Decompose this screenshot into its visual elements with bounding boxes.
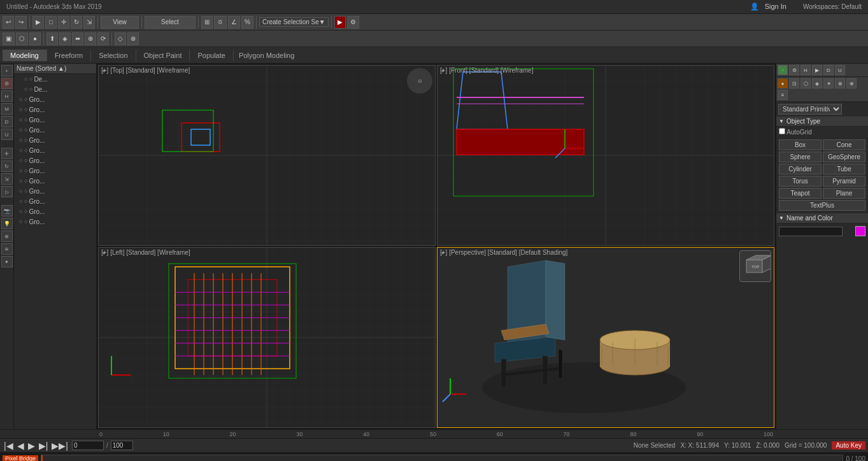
select-btn[interactable]: ▶ (32, 16, 44, 29)
rp-icon2[interactable]: ⊡ (789, 78, 799, 89)
rp-hier-btn[interactable]: H (800, 65, 811, 75)
edge-mode-btn[interactable]: ⬡ (16, 32, 28, 45)
scene-item[interactable]: ○ ○ Gro... (14, 145, 96, 155)
btn-cylinder[interactable]: Cylinder (779, 164, 822, 174)
prev-frame-btn[interactable]: ◀ (16, 441, 25, 451)
move-icon[interactable]: ✛ (1, 148, 13, 159)
autogrid-checkbox[interactable] (779, 128, 785, 134)
viewport-nav-top[interactable]: ⊙ (407, 68, 432, 94)
render-btn[interactable]: ▶ (334, 16, 346, 29)
btn-plane[interactable]: Plane (823, 188, 865, 199)
move-btn[interactable]: ✛ (58, 16, 69, 29)
btn-sphere[interactable]: Sphere (779, 152, 822, 162)
rp-icon4[interactable]: ◈ (812, 78, 822, 89)
rotate-btn[interactable]: ↻ (71, 16, 82, 29)
btn-textplus[interactable]: TextPlus (779, 200, 865, 211)
sign-in-button[interactable]: 👤 Sign In (746, 3, 794, 11)
scene-item[interactable]: ○ ○ Gro... (14, 155, 96, 166)
tab-populate[interactable]: Populate (190, 50, 233, 61)
render-settings-btn[interactable]: ⚙ (347, 16, 359, 29)
chamfer-btn[interactable]: ◇ (115, 32, 126, 45)
next-frame-btn[interactable]: ▶| (38, 441, 50, 451)
scale-icon[interactable]: ⇲ (1, 173, 13, 185)
snap-btn[interactable]: ⛭ (214, 16, 227, 29)
rp-icon6[interactable]: ⊗ (835, 78, 845, 89)
btn-geosphere[interactable]: GeoSphere (823, 152, 865, 162)
btn-tube[interactable]: Tube (823, 164, 865, 174)
scene-item[interactable]: ○ ○ Gro... (14, 104, 96, 115)
poly-mode-btn[interactable]: ▣ (3, 32, 15, 45)
particle-icon[interactable]: ✦ (1, 256, 13, 267)
viewport-top[interactable]: [+] [Top] [Standard] [Wireframe] + (98, 65, 436, 246)
scene-item[interactable]: ○ ○ Gro... (14, 206, 96, 216)
scene-item[interactable]: ○ ○ Gro... (14, 186, 96, 196)
create-icon[interactable]: + (1, 65, 13, 76)
timeline-scrubber[interactable] (41, 455, 843, 461)
tab-freeform[interactable]: Freeform (47, 50, 92, 61)
scale-btn[interactable]: ⇲ (83, 16, 95, 29)
percent-snap-btn[interactable]: % (241, 16, 253, 29)
scene-item[interactable]: ○ ○ Gro... (14, 125, 96, 135)
scene-item[interactable]: ○ ○ Gro... (14, 196, 96, 206)
display-icon[interactable]: D (1, 116, 13, 127)
rp-icon5[interactable]: ☀ (823, 78, 834, 89)
primitive-type-dropdown[interactable]: Standard Primitives (778, 104, 842, 115)
rp-create-btn[interactable]: + (778, 65, 788, 75)
helper-icon[interactable]: ⊕ (1, 230, 13, 242)
btn-cone[interactable]: Cone (823, 139, 865, 150)
scene-item[interactable]: ○ ○ Gro... (14, 115, 96, 125)
auto-key-btn[interactable]: Auto Key (832, 441, 865, 450)
rp-icon1[interactable]: ● (778, 78, 788, 89)
rotate-icon[interactable]: ↻ (1, 160, 13, 172)
scene-item[interactable]: ○ ○ Gro... (14, 135, 96, 145)
rp-modify-btn[interactable]: ⚙ (789, 65, 799, 75)
connect-btn[interactable]: ⊕ (85, 32, 96, 45)
angle-snap-btn[interactable]: ∠ (228, 16, 240, 29)
object-type-header[interactable]: ▼ Object Type (776, 117, 868, 127)
rp-icon8[interactable]: ≡ (778, 90, 788, 100)
btn-pyramid[interactable]: Pyramid (823, 176, 865, 187)
viewport-nav-persp[interactable]: TOP (739, 250, 771, 282)
motion-icon[interactable]: M (1, 103, 13, 115)
vertex-mode-btn[interactable]: ● (29, 32, 41, 45)
end-frame-input[interactable] (111, 441, 133, 450)
tab-object-paint[interactable]: Object Paint (136, 50, 190, 61)
name-color-header[interactable]: ▼ Name and Color (776, 213, 868, 223)
modify-icon[interactable]: ⚙ (1, 78, 13, 89)
space-warp-icon[interactable]: ≋ (1, 243, 13, 255)
select-icon[interactable]: ▷ (1, 186, 13, 197)
extrude-btn[interactable]: ⬆ (46, 32, 58, 45)
scene-item[interactable]: ○ ○ Gro... (14, 166, 96, 176)
redo-btn[interactable]: ↪ (15, 16, 27, 29)
light-icon[interactable]: 💡 (1, 218, 13, 229)
viewport-front[interactable]: [+] [Front] [Standard] [Wireframe] + (437, 65, 774, 246)
play-btn[interactable]: ▶ (27, 441, 36, 451)
scene-item[interactable]: ○ ○ Gro... (14, 176, 96, 186)
loop-btn[interactable]: ⟳ (97, 32, 109, 45)
rp-icon7[interactable]: ⊕ (846, 78, 857, 89)
go-end-btn[interactable]: ▶▶| (50, 441, 69, 451)
hierarchy-icon[interactable]: H (1, 90, 13, 102)
go-start-btn[interactable]: |◀ (3, 441, 15, 451)
camera-icon[interactable]: 📷 (1, 205, 13, 216)
rp-motion-btn[interactable]: ▶ (812, 65, 822, 75)
view-dropdown-btn[interactable]: View (101, 16, 139, 29)
select-region-btn[interactable]: □ (45, 16, 57, 29)
select-label-btn[interactable]: Select (145, 16, 196, 29)
current-frame-input[interactable] (72, 441, 104, 450)
bevel-btn[interactable]: ◈ (59, 32, 71, 45)
undo-btn[interactable]: ↩ (3, 16, 14, 29)
scene-item[interactable]: ○ ○ De... (14, 84, 96, 94)
color-swatch[interactable] (855, 226, 865, 236)
scene-item[interactable]: ○ ○ Gro... (14, 94, 96, 104)
weld-btn[interactable]: ⊗ (127, 32, 139, 45)
scene-item[interactable]: ○ ○ Gro... (14, 216, 96, 227)
utilities-icon[interactable]: U (1, 129, 13, 140)
object-name-input[interactable] (779, 227, 843, 236)
btn-torus[interactable]: Torus (779, 176, 822, 187)
btn-box[interactable]: Box (779, 139, 822, 150)
rp-icon3[interactable]: ⬡ (800, 78, 811, 89)
tab-selection[interactable]: Selection (91, 50, 136, 61)
viewport-left[interactable]: [+] [Left] [Standard] [Wireframe] + (98, 247, 436, 428)
rp-util-btn[interactable]: U (835, 65, 845, 75)
